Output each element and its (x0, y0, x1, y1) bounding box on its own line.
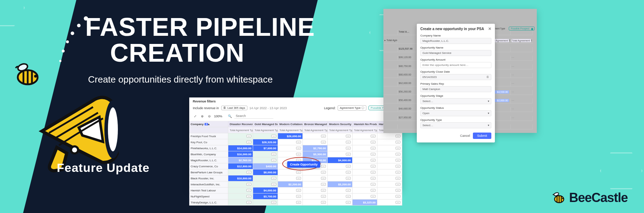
table-cell[interactable]: — (353, 157, 377, 163)
table-cell[interactable]: — (377, 175, 402, 181)
company-cell[interactable]: Key Pool, Co (189, 139, 228, 145)
table-cell[interactable]: — (377, 163, 402, 169)
table-cell[interactable]: — (377, 187, 402, 194)
expand-icon[interactable]: ⤢ (193, 114, 198, 119)
table-cell[interactable]: — (377, 145, 402, 151)
amount-field[interactable] (420, 62, 491, 68)
date-preset-pill[interactable]: 🗓 Last 365 days (221, 106, 247, 110)
company-cell[interactable]: BlueWeb, Company (189, 151, 228, 157)
table-cell[interactable]: — (253, 157, 278, 163)
table-cell[interactable]: — (353, 194, 377, 200)
stage-field[interactable]: Select…▾ (420, 98, 491, 104)
table-cell[interactable]: — (353, 187, 377, 194)
column-header[interactable]: Hamish No Produ… ⓘ (353, 121, 377, 127)
table-cell[interactable]: — (377, 151, 402, 157)
table-cell[interactable]: — (377, 169, 402, 175)
company-cell[interactable]: BenePartum Law Groups (189, 169, 228, 175)
table-cell[interactable]: — (253, 175, 278, 181)
table-cell[interactable]: — (377, 194, 402, 200)
create-opportunity-button[interactable]: Create Opportunity (287, 161, 320, 168)
table-cell[interactable]: — (228, 169, 253, 175)
table-cell[interactable]: — (303, 133, 328, 139)
table-cell[interactable]: — (278, 200, 303, 206)
table-cell[interactable]: — (377, 157, 402, 163)
type-field[interactable]: Select…▾ (420, 122, 491, 128)
company-cell[interactable]: NuFlightSpeed (189, 194, 228, 200)
table-cell[interactable]: — (328, 194, 353, 200)
table-cell[interactable]: — (377, 133, 402, 139)
company-cell[interactable]: Freddys Food Truck (189, 133, 228, 139)
table-cell[interactable]: — (228, 200, 253, 206)
table-cell[interactable]: — (278, 151, 303, 157)
table-cell[interactable]: — (377, 200, 402, 206)
legend-possible-prospect[interactable]: Possible Prospect (509, 27, 535, 30)
table-cell[interactable]: — (278, 169, 303, 175)
table-cell[interactable]: — (303, 175, 328, 181)
company-cell[interactable]: MagicRooster, L.L.C. (189, 157, 228, 163)
table-cell[interactable]: — (377, 139, 402, 145)
zoom-out-icon[interactable]: ⊖ (207, 114, 212, 119)
table-cell[interactable]: — (278, 187, 303, 194)
table-cell[interactable]: — (253, 200, 278, 206)
table-cell[interactable]: — (328, 139, 353, 145)
table-cell[interactable]: — (278, 194, 303, 200)
close-icon[interactable]: ✕ (488, 27, 491, 31)
table-cell[interactable]: — (228, 139, 253, 145)
zoom-in-icon[interactable]: ⊕ (200, 114, 205, 119)
company-cell[interactable]: ThirstyDesign, L.L.C. (189, 200, 228, 206)
table-cell[interactable]: — (353, 139, 377, 145)
column-header[interactable]: Bronze Managed Ser… ⓘ (303, 121, 328, 127)
table-cell[interactable]: — (228, 194, 253, 200)
table-cell[interactable]: — (353, 133, 377, 139)
table-cell[interactable]: — (353, 169, 377, 175)
table-cell[interactable]: — (303, 187, 328, 194)
table-cell[interactable]: — (328, 200, 353, 206)
table-cell[interactable]: — (278, 175, 303, 181)
status-field[interactable]: Open▾ (420, 110, 491, 116)
table-cell[interactable]: — (328, 169, 353, 175)
column-header[interactable]: Disaster Recovery ⓘ (228, 121, 253, 127)
cancel-button[interactable]: Cancel (460, 133, 470, 139)
close-date-field[interactable]: 05/14/2023 🗓 (420, 74, 491, 80)
table-cell[interactable]: — (328, 133, 353, 139)
opp-name-field[interactable]: Gold Managed Service (420, 50, 491, 56)
rep-field[interactable]: Matt Campion (420, 86, 491, 92)
table-cell[interactable]: — (303, 139, 328, 145)
column-header[interactable]: Modern Collabora… ⓘ (278, 121, 303, 127)
submit-button[interactable]: Submit (473, 133, 491, 139)
company-header[interactable]: Company 2 ▴ (189, 121, 228, 127)
table-cell[interactable]: — (328, 145, 353, 151)
legend-agreement-type[interactable]: Agreement Type ⓘ (338, 105, 366, 111)
table-cell[interactable]: — (303, 194, 328, 200)
table-cell[interactable]: — (328, 163, 353, 169)
company-cell[interactable]: PinkNetworks, L.L.C. (189, 145, 228, 151)
search-input[interactable] (234, 113, 273, 119)
table-cell[interactable]: — (303, 200, 328, 206)
table-cell[interactable]: — (228, 133, 253, 139)
column-header[interactable]: Gold Managed Se… ⓘ (253, 121, 278, 127)
company-field[interactable]: MagicRooster, L.L.C. (420, 38, 491, 44)
table-cell[interactable]: — (353, 181, 377, 187)
table-cell[interactable]: — (328, 175, 353, 181)
table-cell[interactable]: — (328, 187, 353, 194)
table-cell[interactable]: — (253, 133, 278, 139)
table-cell[interactable]: — (228, 187, 253, 194)
table-cell[interactable]: — (253, 151, 278, 157)
table-cell[interactable]: — (353, 163, 377, 169)
table-cell[interactable]: — (377, 181, 402, 187)
table-cell[interactable]: — (353, 145, 377, 151)
table-cell[interactable]: — (353, 175, 377, 181)
company-cell[interactable]: InteractiveGoldfish, Inc. (189, 181, 228, 187)
company-cell[interactable]: Hamish Test Labour (189, 187, 228, 194)
column-header[interactable]: Modern Security ⓘ (328, 121, 353, 127)
table-cell[interactable]: — (328, 151, 353, 157)
company-cell[interactable]: Black Rooster, Inc. (189, 175, 228, 181)
company-cell[interactable]: Crazy Commerce, Co (189, 163, 228, 169)
table-cell[interactable]: — (253, 181, 278, 187)
table-cell[interactable]: — (278, 145, 303, 151)
table-cell[interactable]: — (353, 151, 377, 157)
table-cell[interactable]: — (303, 169, 328, 175)
table-cell[interactable]: — (278, 139, 303, 145)
table-cell[interactable]: — (303, 181, 328, 187)
table-cell[interactable]: — (228, 181, 253, 187)
